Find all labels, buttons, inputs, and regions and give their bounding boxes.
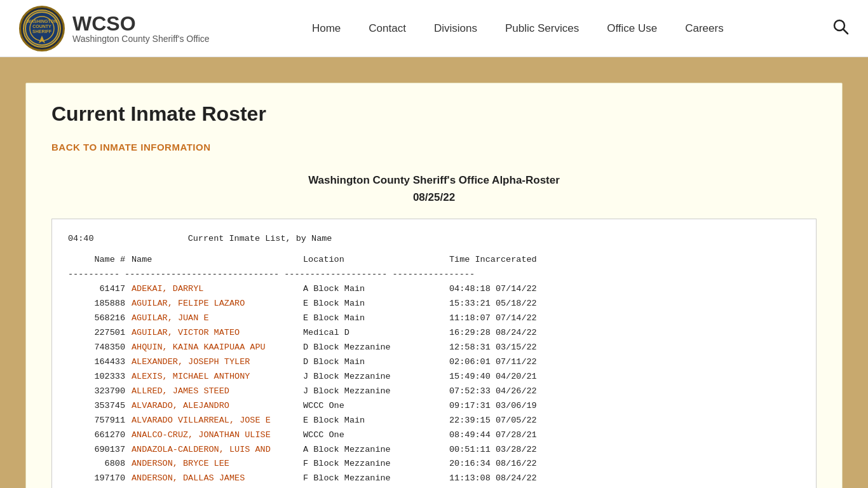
inmate-name: ANDERSON, BRYCE LEE <box>132 457 303 471</box>
main-wrapper: Current Inmate Roster BACK TO INMATE INF… <box>0 70 868 488</box>
svg-text:SHERIFF: SHERIFF <box>32 29 52 34</box>
inmate-location: F Block Mezzanine <box>303 471 449 486</box>
inmate-time: 04:48:18 07/14/22 <box>449 282 537 297</box>
roster-divider: ---------- -----------------------------… <box>68 268 800 282</box>
inmate-num: 748350 <box>68 341 132 355</box>
inmate-num: 185888 <box>68 297 132 311</box>
site-title: WCSO <box>72 13 210 34</box>
roster-time-line: 04:40 Current Inmate List, by Name <box>68 232 800 247</box>
inmate-num: 102333 <box>68 370 132 384</box>
inmate-time: 11:13:08 08/24/22 <box>449 471 537 486</box>
inmate-time: 22:39:15 07/05/22 <box>449 414 537 428</box>
inmate-num: 197170 <box>68 471 132 486</box>
badge-inner: WASHINGTON COUNTY SHERIFF <box>23 10 61 48</box>
nav-divisions[interactable]: Divisions <box>420 22 491 35</box>
logo-area: WASHINGTON COUNTY SHERIFF WCSO Washingto… <box>19 6 210 51</box>
inmate-num: 227501 <box>68 326 132 341</box>
inmate-num: 6808 <box>68 457 132 471</box>
table-row: 748350 AHQUIN, KAINA KAAIPUAA APU D Bloc… <box>68 341 800 355</box>
inmate-time: 12:58:31 03/15/22 <box>449 341 537 355</box>
table-row: 661270 ANALCO-CRUZ, JONATHAN ULISE WCCC … <box>68 428 800 443</box>
inmate-name: AGUILAR, JUAN E <box>132 311 303 326</box>
inmate-name: AGUILAR, VICTOR MATEO <box>132 326 303 341</box>
inmate-time: 02:06:01 07/11/22 <box>449 355 537 370</box>
svg-text:WASHINGTON: WASHINGTON <box>27 19 57 24</box>
inmate-location: E Block Main <box>303 311 449 326</box>
inmate-location: A Block Main <box>303 282 449 297</box>
inmate-num: 568216 <box>68 311 132 326</box>
inmate-location: Medical D <box>303 326 449 341</box>
roster-time: 04:40 <box>68 234 94 243</box>
inmate-time: 00:51:11 03/28/22 <box>449 443 537 458</box>
nav-contact[interactable]: Contact <box>355 22 420 35</box>
inmate-time: 15:33:21 05/18/22 <box>449 297 537 311</box>
back-link[interactable]: BACK TO INMATE INFORMATION <box>51 142 210 152</box>
table-row: 164433 ALEXANDER, JOSEPH TYLER D Block M… <box>68 355 800 370</box>
inmate-time: 08:49:44 07/28/21 <box>449 428 537 443</box>
inmate-time: 11:18:07 07/14/22 <box>449 311 537 326</box>
main-nav: Home Contact Divisions Public Services O… <box>210 22 826 35</box>
table-row: 690137 ANDAZOLA-CALDERON, LUIS AND A Blo… <box>68 443 800 458</box>
inmate-time: 15:49:40 04/20/21 <box>449 370 537 384</box>
inmate-num: 164433 <box>68 355 132 370</box>
inmate-name: ANDERSON, DALLAS JAMES <box>132 471 303 486</box>
table-row: 185888 AGUILAR, FELIPE LAZARO E Block Ma… <box>68 297 800 311</box>
inmate-name: AGUILAR, FELIPE LAZARO <box>132 297 303 311</box>
site-title-area: WCSO Washington County Sheriff's Office <box>72 13 210 44</box>
inmate-time: 16:29:28 08/24/22 <box>449 326 537 341</box>
table-row: 6808 ANDERSON, BRYCE LEE F Block Mezzani… <box>68 457 800 471</box>
inmate-name: ALVARADO VILLARREAL, JOSE E <box>132 414 303 428</box>
nav-careers[interactable]: Careers <box>671 22 737 35</box>
svg-text:COUNTY: COUNTY <box>32 24 51 29</box>
table-row: 227501 AGUILAR, VICTOR MATEO Medical D 1… <box>68 326 800 341</box>
inmate-location: E Block Main <box>303 414 449 428</box>
inmate-num: 323790 <box>68 384 132 399</box>
col-header-name: Name <box>132 253 303 268</box>
inmate-location: WCCC One <box>303 399 449 414</box>
table-row: 323790 ALLRED, JAMES STEED J Block Mezza… <box>68 384 800 399</box>
roster-heading: Washington County Sheriff's Office Alpha… <box>51 172 817 206</box>
roster-box: 04:40 Current Inmate List, by Name Name … <box>51 219 817 488</box>
inmate-name: ALVARADO, ALEJANDRO <box>132 399 303 414</box>
logo-badge-icon: WASHINGTON COUNTY SHERIFF <box>19 6 65 51</box>
inmate-name: AHQUIN, KAINA KAAIPUAA APU <box>132 341 303 355</box>
inmate-name: ALEXIS, MICHAEL ANTHONY <box>132 370 303 384</box>
nav-public-services[interactable]: Public Services <box>491 22 593 35</box>
inmate-location: J Block Mezzanine <box>303 384 449 399</box>
col-header-location: Location <box>303 253 449 268</box>
inmate-location: D Block Mezzanine <box>303 341 449 355</box>
roster-title-line2: 08/25/22 <box>51 189 817 206</box>
inmate-location: WCCC One <box>303 428 449 443</box>
site-subtitle: Washington County Sheriff's Office <box>72 34 210 44</box>
roster-list-label: Current Inmate List, by Name <box>188 234 332 243</box>
table-row: 61417 ADEKAI, DARRYL A Block Main 04:48:… <box>68 282 800 297</box>
svg-line-7 <box>843 29 848 34</box>
inmate-time: 07:52:33 04/26/22 <box>449 384 537 399</box>
inmate-location: F Block Mezzanine <box>303 457 449 471</box>
inmate-name: ADEKAI, DARRYL <box>132 282 303 297</box>
site-header: WASHINGTON COUNTY SHERIFF WCSO Washingto… <box>0 0 868 57</box>
nav-office-use[interactable]: Office Use <box>593 22 671 35</box>
inmate-name: ALEXANDER, JOSEPH TYLER <box>132 355 303 370</box>
inmate-location: D Block Main <box>303 355 449 370</box>
search-icon[interactable] <box>832 18 849 39</box>
inmate-location: E Block Main <box>303 297 449 311</box>
table-row: 353745 ALVARADO, ALEJANDRO WCCC One 09:1… <box>68 399 800 414</box>
inmate-time: 09:17:31 03/06/19 <box>449 399 537 414</box>
col-header-time: Time Incarcerated <box>449 253 537 268</box>
roster-col-header-row: Name # Name Location Time Incarcerated <box>68 253 800 268</box>
inmate-num: 757911 <box>68 414 132 428</box>
subheader-bar <box>0 57 868 70</box>
inmate-location: A Block Mezzanine <box>303 443 449 458</box>
table-row: 568216 AGUILAR, JUAN E E Block Main 11:1… <box>68 311 800 326</box>
nav-home[interactable]: Home <box>298 22 355 35</box>
inmate-num: 661270 <box>68 428 132 443</box>
inmate-name: ANDAZOLA-CALDERON, LUIS AND <box>132 443 303 458</box>
inmate-location: J Block Mezzanine <box>303 370 449 384</box>
inmate-list: 61417 ADEKAI, DARRYL A Block Main 04:48:… <box>68 282 800 488</box>
inmate-num: 61417 <box>68 282 132 297</box>
inmate-name: ANALCO-CRUZ, JONATHAN ULISE <box>132 428 303 443</box>
inmate-num: 690137 <box>68 443 132 458</box>
inmate-time: 20:16:34 08/16/22 <box>449 457 537 471</box>
roster-title-line1: Washington County Sheriff's Office Alpha… <box>51 172 817 189</box>
